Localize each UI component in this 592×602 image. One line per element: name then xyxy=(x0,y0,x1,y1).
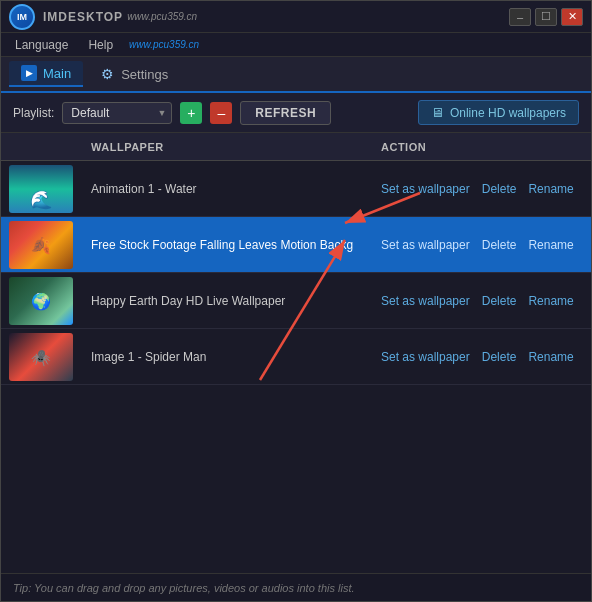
row3-set-wallpaper[interactable]: Set as wallpaper xyxy=(381,294,470,308)
row1-thumb-cell xyxy=(1,165,81,213)
row3-actions: Set as wallpaper Delete Rename xyxy=(371,294,591,308)
playlist-select[interactable]: Default xyxy=(62,102,172,124)
row2-rename[interactable]: Rename xyxy=(528,238,573,252)
menu-watermark: www.pcu359.cn xyxy=(129,39,199,50)
content-area: Playlist: Default ▼ + – REFRESH 🖥 Online… xyxy=(1,93,591,601)
row1-name: Animation 1 - Water xyxy=(81,182,371,196)
menu-help[interactable]: Help xyxy=(84,36,117,54)
row3-delete[interactable]: Delete xyxy=(482,294,517,308)
settings-tab-icon: ⚙ xyxy=(99,66,115,82)
playlist-add-button[interactable]: + xyxy=(180,102,202,124)
wallpaper-table: WALLPAPER ACTION Animation 1 - Water Set… xyxy=(1,133,591,573)
main-tab-icon: ▶ xyxy=(21,65,37,81)
row1-actions: Set as wallpaper Delete Rename xyxy=(371,182,591,196)
tab-settings[interactable]: ⚙ Settings xyxy=(87,62,180,86)
row1-delete[interactable]: Delete xyxy=(482,182,517,196)
table-row[interactable]: Animation 1 - Water Set as wallpaper Del… xyxy=(1,161,591,217)
th-wallpaper: WALLPAPER xyxy=(81,141,371,153)
row3-rename[interactable]: Rename xyxy=(528,294,573,308)
refresh-button[interactable]: REFRESH xyxy=(240,101,331,125)
row2-actions: Set as wallpaper Delete Rename xyxy=(371,238,591,252)
playlist-remove-button[interactable]: – xyxy=(210,102,232,124)
titlebar: IM IMDESKTOP www.pcu359.cn – ☐ ✕ xyxy=(1,1,591,33)
tab-settings-label: Settings xyxy=(121,67,168,82)
row2-thumbnail xyxy=(9,221,73,269)
tip-text: Tip: You can drag and drop any pictures,… xyxy=(13,582,355,594)
row1-rename[interactable]: Rename xyxy=(528,182,573,196)
tab-main-label: Main xyxy=(43,66,71,81)
app-title: IMDESKTOP xyxy=(43,10,123,24)
row2-set-wallpaper[interactable]: Set as wallpaper xyxy=(381,238,470,252)
online-wallpapers-button[interactable]: 🖥 Online HD wallpapers xyxy=(418,100,579,125)
table-header: WALLPAPER ACTION xyxy=(1,133,591,161)
close-button[interactable]: ✕ xyxy=(561,8,583,26)
row2-name: Free Stock Footage Falling Leaves Motion… xyxy=(81,238,371,252)
row4-actions: Set as wallpaper Delete Rename xyxy=(371,350,591,364)
row1-set-wallpaper[interactable]: Set as wallpaper xyxy=(381,182,470,196)
row4-rename[interactable]: Rename xyxy=(528,350,573,364)
online-button-label: Online HD wallpapers xyxy=(450,106,566,120)
row3-thumbnail xyxy=(9,277,73,325)
watermark-text: www.pcu359.cn xyxy=(127,11,197,22)
table-row[interactable]: Free Stock Footage Falling Leaves Motion… xyxy=(1,217,591,273)
th-action: ACTION xyxy=(371,141,591,153)
row4-delete[interactable]: Delete xyxy=(482,350,517,364)
logo-icon: IM xyxy=(9,4,35,30)
playlist-label: Playlist: xyxy=(13,106,54,120)
table-row[interactable]: Image 1 - Spider Man Set as wallpaper De… xyxy=(1,329,591,385)
tip-bar: Tip: You can drag and drop any pictures,… xyxy=(1,573,591,601)
minimize-button[interactable]: – xyxy=(509,8,531,26)
row4-thumb-cell xyxy=(1,333,81,381)
menubar: Language Help www.pcu359.cn xyxy=(1,33,591,57)
row4-thumbnail xyxy=(9,333,73,381)
navbar: ▶ Main ⚙ Settings xyxy=(1,57,591,93)
row2-thumb-cell xyxy=(1,221,81,269)
row3-thumb-cell xyxy=(1,277,81,325)
playlist-select-wrapper: Default ▼ xyxy=(62,102,172,124)
row3-name: Happy Earth Day HD Live Wallpaper xyxy=(81,294,371,308)
app-logo: IM xyxy=(9,4,35,30)
row1-thumbnail xyxy=(9,165,73,213)
table-row[interactable]: Happy Earth Day HD Live Wallpaper Set as… xyxy=(1,273,591,329)
window-controls: – ☐ ✕ xyxy=(509,8,583,26)
main-window: IM IMDESKTOP www.pcu359.cn – ☐ ✕ Languag… xyxy=(0,0,592,602)
tab-main[interactable]: ▶ Main xyxy=(9,61,83,87)
row2-delete[interactable]: Delete xyxy=(482,238,517,252)
row4-name: Image 1 - Spider Man xyxy=(81,350,371,364)
monitor-icon: 🖥 xyxy=(431,105,444,120)
menu-language[interactable]: Language xyxy=(11,36,72,54)
row4-set-wallpaper[interactable]: Set as wallpaper xyxy=(381,350,470,364)
playlist-bar: Playlist: Default ▼ + – REFRESH 🖥 Online… xyxy=(1,93,591,133)
maximize-button[interactable]: ☐ xyxy=(535,8,557,26)
